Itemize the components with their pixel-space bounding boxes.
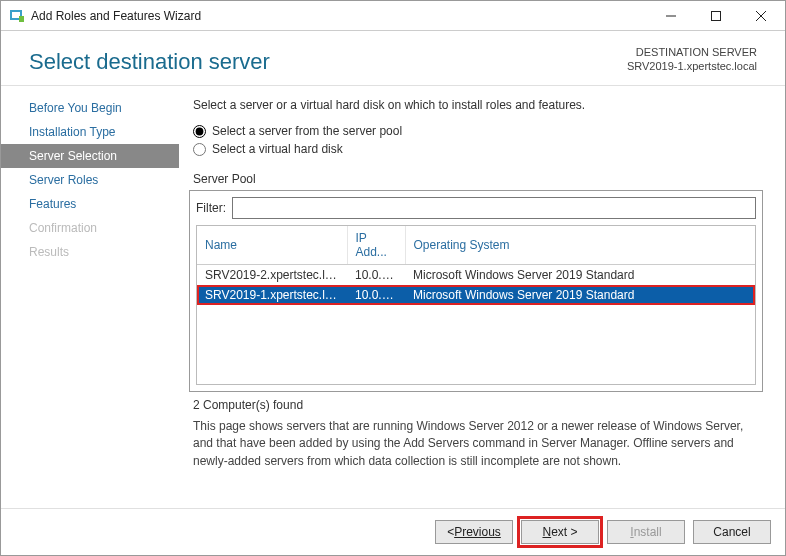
wizard-footer: < Previous Next > Install Cancel [1, 509, 785, 555]
computer-count: 2 Computer(s) found [193, 398, 763, 412]
cell-os: Microsoft Windows Server 2019 Standard [405, 265, 755, 286]
destination-header: DESTINATION SERVER SRV2019-1.xpertstec.l… [627, 45, 757, 74]
cancel-button[interactable]: Cancel [693, 520, 771, 544]
destination-label: DESTINATION SERVER [627, 45, 757, 59]
server-pool-label: Server Pool [193, 172, 763, 186]
col-name[interactable]: Name [197, 226, 347, 265]
install-button: Install [607, 520, 685, 544]
cell-name: SRV2019-1.xpertstec.local [197, 285, 347, 305]
titlebar: Add Roles and Features Wizard [1, 1, 785, 31]
cell-os: Microsoft Windows Server 2019 Standard [405, 285, 755, 305]
svg-rect-2 [19, 16, 24, 22]
cell-ip: 10.0.0.... [347, 285, 405, 305]
minimize-button[interactable] [648, 2, 693, 30]
svg-rect-1 [12, 12, 20, 18]
next-button[interactable]: Next > [521, 520, 599, 544]
filter-input[interactable] [232, 197, 756, 219]
close-button[interactable] [738, 2, 783, 30]
nav-installation-type[interactable]: Installation Type [1, 120, 179, 144]
radio-vhd[interactable]: Select a virtual hard disk [193, 142, 763, 156]
nav-server-selection[interactable]: Server Selection [1, 144, 179, 168]
wizard-body: Before You Begin Installation Type Serve… [1, 85, 785, 509]
nav-results: Results [1, 240, 179, 264]
radio-server-pool[interactable]: Select a server from the server pool [193, 124, 763, 138]
svg-rect-4 [711, 11, 720, 20]
window-title: Add Roles and Features Wizard [31, 9, 648, 23]
cell-name: SRV2019-2.xpertstec.local [197, 265, 347, 286]
filter-row: Filter: [196, 197, 756, 219]
intro-text: Select a server or a virtual hard disk o… [189, 98, 763, 112]
radio-vhd-label: Select a virtual hard disk [212, 142, 343, 156]
nav-features[interactable]: Features [1, 192, 179, 216]
col-os[interactable]: Operating System [405, 226, 755, 265]
wizard-sidebar: Before You Begin Installation Type Serve… [1, 86, 179, 508]
page-description: This page shows servers that are running… [189, 418, 763, 470]
wizard-header: Select destination server DESTINATION SE… [1, 31, 785, 85]
nav-confirmation: Confirmation [1, 216, 179, 240]
radio-server-pool-label: Select a server from the server pool [212, 124, 402, 138]
destination-value: SRV2019-1.xpertstec.local [627, 59, 757, 73]
wizard-window: Add Roles and Features Wizard Select des… [0, 0, 786, 556]
app-icon [9, 8, 25, 24]
server-pool-box: Filter: Name IP Add... Operating System [189, 190, 763, 392]
grid-header-row: Name IP Add... Operating System [197, 226, 755, 265]
radio-server-pool-input[interactable] [193, 125, 206, 138]
nav-before-you-begin[interactable]: Before You Begin [1, 96, 179, 120]
window-buttons [648, 2, 783, 30]
previous-button[interactable]: < Previous [435, 520, 513, 544]
filter-label: Filter: [196, 201, 226, 215]
table-row[interactable]: SRV2019-1.xpertstec.local 10.0.0.... Mic… [197, 285, 755, 305]
maximize-button[interactable] [693, 2, 738, 30]
table-row[interactable]: SRV2019-2.xpertstec.local 10.0.0.... Mic… [197, 265, 755, 286]
radio-vhd-input[interactable] [193, 143, 206, 156]
cell-ip: 10.0.0.... [347, 265, 405, 286]
nav-server-roles[interactable]: Server Roles [1, 168, 179, 192]
server-grid[interactable]: Name IP Add... Operating System SRV2019-… [196, 225, 756, 385]
wizard-main: Select a server or a virtual hard disk o… [179, 86, 785, 508]
col-ip[interactable]: IP Add... [347, 226, 405, 265]
